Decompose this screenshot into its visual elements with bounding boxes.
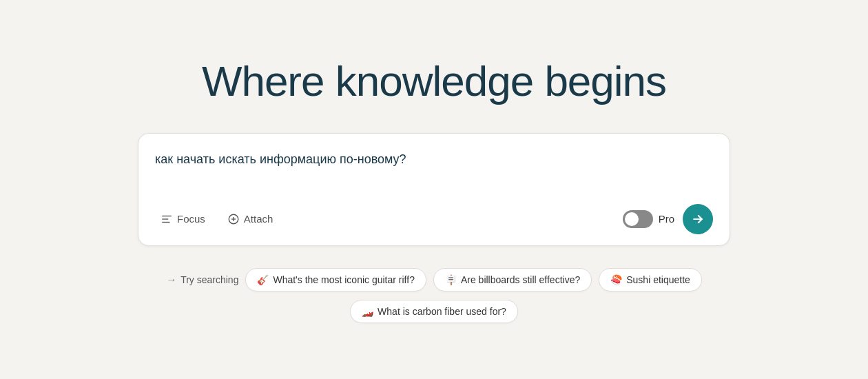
page-wrapper: Where knowledge begins как начать искать… <box>0 29 868 351</box>
toolbar-right: Pro <box>623 204 713 234</box>
search-box: как начать искать информацию по-новому? … <box>138 133 730 246</box>
page-title: Where knowledge begins <box>202 57 666 105</box>
arrow-right-icon <box>691 212 705 226</box>
suggestion-chip-carbon[interactable]: 🏎️ What is carbon fiber used for? <box>350 300 518 323</box>
attach-button[interactable]: Attach <box>222 210 279 228</box>
focus-icon <box>161 213 173 225</box>
suggestion-chip-billboard-text: Are billboards still effective? <box>461 274 580 285</box>
search-input-area[interactable]: как начать искать информацию по-новому? <box>155 150 713 190</box>
suggestions-row-1: → Try searching 🎸 What's the most iconic… <box>166 268 702 291</box>
suggestions-area: → Try searching 🎸 What's the most iconic… <box>138 268 730 323</box>
submit-button[interactable] <box>683 204 713 234</box>
toolbar-left: Focus Attach <box>155 210 278 228</box>
suggestion-chip-billboard[interactable]: 🪧 Are billboards still effective? <box>433 268 592 291</box>
suggestion-chip-guitar[interactable]: 🎸 What's the most iconic guitar riff? <box>245 268 426 291</box>
toggle-knob[interactable] <box>623 210 653 228</box>
try-searching-arrow-icon: → <box>166 274 176 285</box>
focus-label: Focus <box>177 213 205 225</box>
suggestion-chip-sushi-text: Sushi etiquette <box>626 274 690 285</box>
suggestion-chip-guitar-text: What's the most iconic guitar riff? <box>273 274 415 285</box>
focus-button[interactable]: Focus <box>155 210 211 228</box>
pro-label: Pro <box>659 213 674 225</box>
try-searching-label: → Try searching <box>166 274 238 285</box>
attach-icon <box>227 213 240 225</box>
suggestion-chip-carbon-emoji: 🏎️ <box>362 306 373 317</box>
suggestion-chip-billboard-emoji: 🪧 <box>445 274 457 285</box>
pro-toggle[interactable]: Pro <box>623 210 674 228</box>
try-searching-text: Try searching <box>180 274 238 285</box>
suggestions-row-2: 🏎️ What is carbon fiber used for? <box>350 300 518 323</box>
attach-label: Attach <box>244 213 273 225</box>
suggestion-chip-sushi[interactable]: 🍣 Sushi etiquette <box>599 268 702 291</box>
suggestion-chip-carbon-text: What is carbon fiber used for? <box>378 306 506 317</box>
suggestion-chip-guitar-emoji: 🎸 <box>257 274 269 285</box>
search-toolbar: Focus Attach Pro <box>155 204 713 234</box>
suggestion-chip-sushi-emoji: 🍣 <box>610 274 622 285</box>
search-input[interactable]: как начать искать информацию по-новому? <box>155 150 713 187</box>
